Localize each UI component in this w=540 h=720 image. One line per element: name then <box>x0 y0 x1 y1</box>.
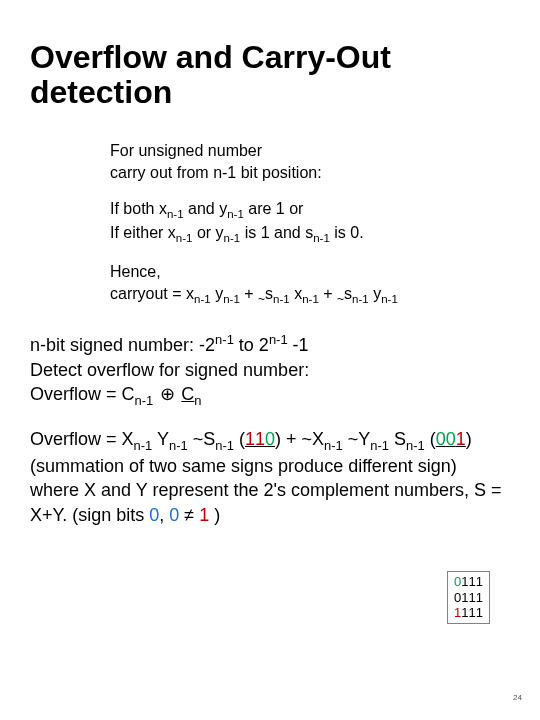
text: and y <box>184 200 228 217</box>
bits: 111 <box>461 574 483 589</box>
digit: 1 <box>456 429 466 449</box>
underlined-110: 110 <box>245 429 275 449</box>
slide: Overflow and Carry-Out detection For uns… <box>0 0 540 720</box>
subscript: n-1 <box>381 293 398 305</box>
text: , <box>159 505 169 525</box>
box-row: 0111 <box>454 574 483 590</box>
text: y <box>369 285 381 302</box>
subscript: n-1 <box>227 208 244 220</box>
text: -1 <box>288 335 309 355</box>
signed-block: n-bit signed number: -2n-1 to 2n-1 -1 De… <box>30 331 510 527</box>
text: ~S <box>188 429 216 449</box>
subscript: n-1 <box>223 293 240 305</box>
bits: 111 <box>461 590 483 605</box>
page-title: Overflow and Carry-Out detection <box>30 40 510 110</box>
example-box: 0111 0111 1111 <box>447 571 490 624</box>
text: If either x <box>110 224 176 241</box>
subscript: n-1 <box>224 232 241 244</box>
text: S <box>389 429 406 449</box>
subscript: n-1 <box>135 393 154 408</box>
text: ) <box>466 429 472 449</box>
text: Y <box>152 429 169 449</box>
text: carryout = x <box>110 285 194 302</box>
superscript: n-1 <box>269 332 288 347</box>
text: Overflow = X <box>30 429 134 449</box>
text: or y <box>192 224 223 241</box>
digit: 0 <box>265 429 275 449</box>
subscript: n-1 <box>352 293 369 305</box>
para-unsigned-intro: For unsigned number carry out from n-1 b… <box>110 140 510 183</box>
subscript: n-1 <box>176 232 193 244</box>
text: For unsigned number <box>110 142 262 159</box>
text: y <box>211 285 223 302</box>
text: to 2 <box>234 335 269 355</box>
slide-number: 24 <box>513 693 522 702</box>
text: + <box>240 285 258 302</box>
underlined-001: 001 <box>436 429 466 449</box>
text: where X and Y represent the 2's compleme… <box>30 480 502 524</box>
box-row: 1111 <box>454 605 483 621</box>
box-row: 0111 <box>454 590 483 606</box>
text: x <box>290 285 302 302</box>
text: ( <box>425 429 436 449</box>
subscript: n-1 <box>313 232 330 244</box>
subscript: n <box>194 393 201 408</box>
text: ) <box>209 505 220 525</box>
text: Hence, <box>110 263 161 280</box>
underlined-cn: Cn <box>181 384 201 404</box>
text: are 1 or <box>244 200 304 217</box>
text: ( <box>234 429 245 449</box>
digit: 0 <box>169 505 179 525</box>
subscript: n-1 <box>302 293 319 305</box>
text: carry out from n-1 bit position: <box>110 164 322 181</box>
subscript: n-1 <box>273 293 290 305</box>
text: s <box>344 285 352 302</box>
subscript: n-1 <box>215 438 234 453</box>
text: ~Y <box>343 429 371 449</box>
subscript: n-1 <box>134 438 153 453</box>
subscript: n-1 <box>324 438 343 453</box>
text: Overflow = C <box>30 384 135 404</box>
tilde: ~ <box>337 292 344 306</box>
digit: 1 <box>245 429 255 449</box>
digit: 1 <box>255 429 265 449</box>
superscript: n-1 <box>215 332 234 347</box>
text: ≠ <box>179 505 199 525</box>
text: (summation of two same signs produce dif… <box>30 456 457 476</box>
subscript: n-1 <box>167 208 184 220</box>
text: s <box>265 285 273 302</box>
digit: 0 <box>149 505 159 525</box>
para-signed-range: n-bit signed number: -2n-1 to 2n-1 -1 De… <box>30 331 510 409</box>
subscript: n-1 <box>194 293 211 305</box>
xor-icon: ⊕ <box>158 382 176 406</box>
tilde: ~ <box>258 292 265 306</box>
text: C <box>181 384 194 404</box>
text: If both x <box>110 200 167 217</box>
digit: 0 <box>446 429 456 449</box>
digit: 1 <box>199 505 209 525</box>
unsigned-block: For unsigned number carry out from n-1 b… <box>110 140 510 307</box>
text: is 0. <box>330 224 364 241</box>
text: ) + ~X <box>275 429 324 449</box>
subscript: n-1 <box>169 438 188 453</box>
text: is 1 and s <box>240 224 313 241</box>
text: + <box>319 285 337 302</box>
para-unsigned-cond: If both xn-1 and yn-1 are 1 or If either… <box>110 198 510 247</box>
subscript: n-1 <box>406 438 425 453</box>
subscript: n-1 <box>370 438 389 453</box>
digit: 0 <box>436 429 446 449</box>
para-overflow-eq: Overflow = Xn-1 Yn-1 ~Sn-1 (110) + ~Xn-1… <box>30 427 510 527</box>
bits: 111 <box>461 605 483 620</box>
text: Detect overflow for signed number: <box>30 360 309 380</box>
para-carryout-eq: Hence, carryout = xn-1 yn-1 + ~sn-1 xn-1… <box>110 261 510 307</box>
text: n-bit signed number: -2 <box>30 335 215 355</box>
